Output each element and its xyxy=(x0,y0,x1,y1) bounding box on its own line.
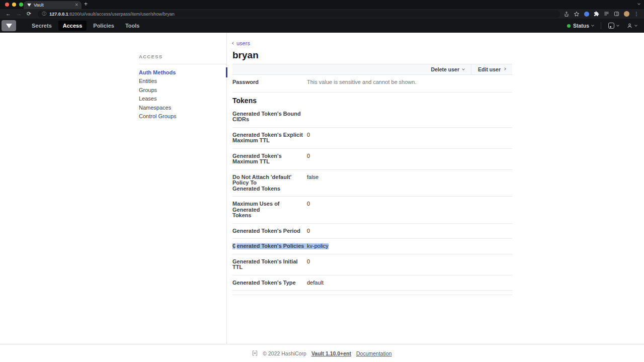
info-row-max-uses: Maximum Uses of Generated Tokens 0 xyxy=(232,197,512,224)
bookmark-star-icon[interactable] xyxy=(574,11,580,17)
row-value: This value is sensitive and cannot be sh… xyxy=(307,79,417,85)
info-row-period: Generated Token's Period 0 xyxy=(232,224,512,239)
info-row-max-ttl: Generated Token's Maximum TTL 0 xyxy=(232,149,512,170)
info-row-password: Password This value is sensitive and can… xyxy=(232,75,512,93)
nav-access[interactable]: Access xyxy=(58,21,87,31)
extension-icon[interactable] xyxy=(584,12,589,17)
close-window-button[interactable] xyxy=(5,3,9,7)
sidebar-item-label: Leases xyxy=(139,96,156,102)
site-info-icon[interactable]: ⓘ xyxy=(42,11,46,17)
tab-title: Vault xyxy=(34,3,75,8)
section-end-divider xyxy=(232,295,512,295)
console-chevron-down-icon[interactable] xyxy=(616,24,619,27)
user-chevron-down-icon[interactable] xyxy=(634,24,637,27)
share-icon[interactable] xyxy=(564,11,569,17)
nav-policies[interactable]: Policies xyxy=(89,21,119,31)
browser-toolbar: ← → ⟳ ⓘ 127.0.0.1:8200/ui/vault/access/u… xyxy=(0,9,644,19)
access-sidebar: ACCESS Auth Methods Entities Groups Leas… xyxy=(139,33,226,121)
edit-user-label: Edit user xyxy=(478,66,501,72)
reload-button[interactable]: ⟳ xyxy=(27,11,31,17)
row-value: 0 xyxy=(307,228,310,234)
info-row-token-type: Generated Token's Type default xyxy=(232,276,512,291)
vault-version-link[interactable]: Vault 1.10.0+ent xyxy=(311,350,351,356)
hashicorp-logo xyxy=(252,350,258,356)
row-label: Maximum Uses of Generated Tokens xyxy=(232,201,307,219)
sidebar-item-label: Auth Methods xyxy=(139,69,176,75)
tab-close-icon[interactable]: × xyxy=(75,3,78,8)
sidebar-item-namespaces[interactable]: Namespaces xyxy=(139,103,226,112)
info-row-no-default-policy: Do Not Attach 'default' Policy To Genera… xyxy=(232,170,512,197)
text-cursor xyxy=(235,243,236,249)
copyright-text: © 2022 HashiCorp xyxy=(263,350,306,356)
status-menu[interactable]: Status xyxy=(573,23,589,29)
url-host: 127.0.0.1 xyxy=(49,12,68,17)
new-tab-button[interactable]: + xyxy=(84,1,88,8)
row-label: Generated Token's Policies xyxy=(232,243,307,249)
vault-app-header: Secrets Access Policies Tools Status xyxy=(0,19,644,33)
browser-tab-bar: Vault × + xyxy=(0,0,644,9)
vault-favicon xyxy=(27,4,31,7)
browser-tab[interactable]: Vault × xyxy=(24,1,82,9)
row-label: Generated Token's Maximum TTL xyxy=(232,153,307,165)
breadcrumb-link-users[interactable]: users xyxy=(236,40,250,46)
item-toolbar: Delete user Edit user xyxy=(232,64,512,75)
sidebar-divider xyxy=(139,64,226,64)
row-value: default xyxy=(307,280,324,286)
row-label: Generated Token's Period xyxy=(232,228,307,234)
row-label: Generated Token's Initial TTL xyxy=(232,259,307,270)
sidebar-title: ACCESS xyxy=(139,33,226,59)
sidebar-item-entities[interactable]: Entities xyxy=(139,77,226,86)
row-value: 0 xyxy=(307,259,310,265)
row-label: Do Not Attach 'default' Policy To Genera… xyxy=(232,174,307,192)
info-row-explicit-max-ttl: Generated Token's Explicit Maximum TTL 0 xyxy=(232,128,512,149)
row-label: Generated Token's Bound CIDRs xyxy=(232,111,307,123)
tokens-section-heading: Tokens xyxy=(232,97,512,105)
status-dot xyxy=(567,24,571,28)
extensions-puzzle-icon[interactable] xyxy=(594,11,599,17)
page-content: ACCESS Auth Methods Entities Groups Leas… xyxy=(0,33,644,344)
url-bar[interactable]: ⓘ 127.0.0.1:8200/ui/vault/access/userpas… xyxy=(38,11,560,18)
forward-button[interactable]: → xyxy=(16,11,22,17)
row-value: 0 xyxy=(307,132,310,138)
row-label: Generated Token's Explicit Maximum TTL xyxy=(232,132,307,144)
info-row-initial-ttl: Generated Token's Initial TTL 0 xyxy=(232,254,512,276)
sidebar-item-auth-methods[interactable]: Auth Methods xyxy=(139,68,226,77)
row-value: 0 xyxy=(307,153,310,159)
nav-secrets[interactable]: Secrets xyxy=(27,21,56,31)
vault-logo[interactable] xyxy=(2,20,16,31)
sidebar-toggle-icon[interactable] xyxy=(614,11,619,17)
reading-list-icon[interactable] xyxy=(604,11,609,17)
row-label: Generated Token's Type xyxy=(232,280,307,286)
back-button[interactable]: ← xyxy=(6,11,11,17)
sidebar-main-divider xyxy=(226,33,227,344)
edit-user-chevron-right-icon xyxy=(503,67,506,70)
sidebar-item-label: Control Groups xyxy=(139,113,177,119)
minimize-window-button[interactable] xyxy=(12,3,16,7)
page-title: bryan xyxy=(232,50,512,61)
nav-tools[interactable]: Tools xyxy=(121,21,144,31)
browser-profile-avatar[interactable] xyxy=(624,11,629,17)
breadcrumb[interactable]: users xyxy=(232,33,512,46)
breadcrumb-chevron-icon xyxy=(232,42,235,45)
delete-user-button[interactable]: Delete user xyxy=(424,64,471,74)
edit-user-button[interactable]: Edit user xyxy=(471,64,512,74)
delete-user-chevron-down-icon xyxy=(462,67,465,70)
status-chevron-down-icon[interactable] xyxy=(591,24,594,27)
browser-menu-icon[interactable]: ⋮ xyxy=(634,11,639,17)
app-footer: © 2022 HashiCorp Vault 1.10.0+ent Docume… xyxy=(0,344,644,362)
row-label: Password xyxy=(232,79,307,85)
row-value: kv-policy xyxy=(307,243,329,249)
sidebar-item-label: Groups xyxy=(139,87,157,93)
sidebar-item-groups[interactable]: Groups xyxy=(139,85,226,95)
maximize-window-button[interactable] xyxy=(19,3,23,7)
tab-search-icon[interactable] xyxy=(637,2,640,5)
header-divider xyxy=(601,22,601,29)
row-value: 0 xyxy=(307,201,310,207)
documentation-link[interactable]: Documentation xyxy=(356,350,392,356)
sidebar-item-leases[interactable]: Leases xyxy=(139,95,226,104)
sidebar-item-control-groups[interactable]: Control Groups xyxy=(139,112,226,121)
sidebar-item-label: Entities xyxy=(139,78,157,84)
user-icon[interactable] xyxy=(627,23,632,29)
url-path: :8200/ui/vault/access/userpass/item/user… xyxy=(68,12,175,17)
console-icon[interactable] xyxy=(608,23,614,29)
